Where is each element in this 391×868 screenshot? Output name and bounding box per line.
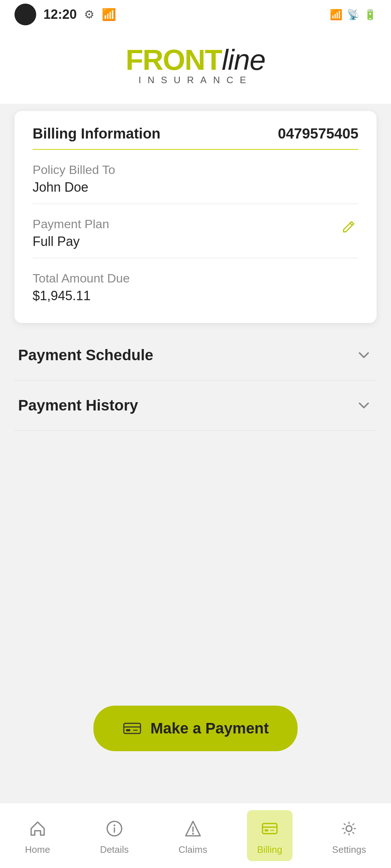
home-icon	[25, 816, 50, 841]
wifi-icon: 📶	[330, 9, 342, 21]
billing-label: Billing	[257, 844, 282, 855]
svg-rect-2	[126, 729, 130, 731]
billing-label-policy-billed: Policy Billed To	[33, 163, 358, 177]
sim-icon: 📶	[102, 8, 116, 21]
svg-point-6	[113, 825, 115, 826]
details-label: Details	[100, 844, 129, 855]
battery-icon: 🔋	[364, 9, 377, 21]
settings-icon	[336, 816, 362, 841]
nav-item-details[interactable]: Details	[90, 810, 139, 861]
billing-info-title: Billing Information	[33, 125, 160, 142]
billing-icon	[257, 816, 282, 841]
settings-label: Settings	[332, 844, 366, 855]
svg-rect-10	[262, 824, 277, 834]
billing-value-total-amount: $1,945.11	[33, 288, 358, 303]
make-payment-label: Make a Payment	[151, 720, 269, 737]
nav-item-home[interactable]: Home	[15, 810, 60, 861]
billing-header: Billing Information 0479575405	[33, 111, 358, 150]
make-payment-button[interactable]: Make a Payment	[93, 706, 298, 751]
bottom-nav: Home Details Claims	[0, 803, 391, 868]
nav-item-claims[interactable]: Claims	[168, 810, 217, 861]
logo-container: FRONT line INSURANCE	[126, 43, 265, 86]
signal-icon: 📡	[347, 9, 360, 21]
home-label: Home	[25, 844, 50, 855]
edit-payment-plan-icon[interactable]	[339, 217, 358, 237]
payment-history-title: Payment History	[18, 397, 138, 414]
billing-label-total-amount: Total Amount Due	[33, 271, 358, 285]
billing-policy-number: 0479575405	[278, 125, 358, 142]
payment-schedule-accordion: Payment Schedule	[14, 330, 377, 380]
payment-schedule-title: Payment Schedule	[18, 346, 153, 364]
svg-point-9	[192, 833, 194, 835]
logo-insurance-text: INSURANCE	[138, 75, 252, 86]
nav-item-billing[interactable]: Billing	[247, 810, 293, 861]
claims-icon	[180, 816, 206, 841]
payment-history-accordion: Payment History	[14, 380, 377, 431]
billing-row-payment-plan: Payment Plan Full Pay	[33, 204, 358, 258]
claims-label: Claims	[178, 844, 207, 855]
payment-schedule-header[interactable]: Payment Schedule	[14, 330, 377, 380]
billing-card: Billing Information 0479575405 Policy Bi…	[14, 111, 377, 323]
billing-row-total-amount: Total Amount Due $1,945.11	[33, 258, 358, 312]
logo-front-text: FRONT	[126, 43, 222, 77]
payment-schedule-chevron	[355, 346, 373, 364]
notification-icon: ⚙	[84, 8, 94, 21]
make-payment-container: Make a Payment	[0, 684, 391, 773]
logo-line-text: line	[222, 43, 265, 77]
content-spacer	[0, 431, 391, 684]
status-bar: 12:20 ⚙ 📶 📶 📡 🔋	[0, 0, 391, 29]
billing-row-policy-billed: Policy Billed To John Doe	[33, 150, 358, 204]
logo-area: FRONT line INSURANCE	[0, 29, 391, 104]
payment-btn-icon	[122, 719, 142, 738]
payment-history-header[interactable]: Payment History	[14, 380, 377, 430]
details-icon	[102, 816, 127, 841]
status-circle	[14, 4, 36, 25]
nav-item-settings[interactable]: Settings	[322, 810, 376, 861]
status-time: 12:20	[43, 7, 77, 22]
billing-value-policy-billed: John Doe	[33, 180, 358, 195]
payment-history-chevron	[355, 396, 373, 414]
svg-rect-0	[124, 723, 140, 733]
svg-point-14	[346, 826, 352, 831]
svg-rect-12	[265, 829, 268, 831]
billing-label-payment-plan: Payment Plan	[33, 217, 109, 231]
billing-value-payment-plan: Full Pay	[33, 234, 109, 249]
